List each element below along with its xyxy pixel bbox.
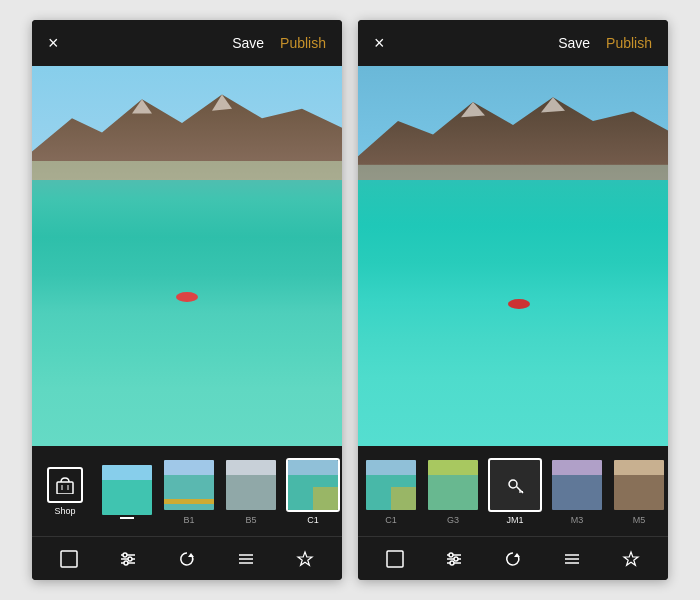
right-save-button[interactable]: Save — [558, 35, 590, 51]
left-filter-label-c1: C1 — [307, 515, 319, 525]
left-filter-c1[interactable]: C1 — [284, 458, 342, 525]
sliders-icon-r — [445, 550, 463, 568]
left-tool-frame[interactable] — [52, 546, 86, 572]
right-mountain-svg — [358, 66, 668, 180]
right-toolbar — [358, 536, 668, 580]
frame-icon — [60, 550, 78, 568]
svg-point-34 — [454, 557, 458, 561]
svg-point-35 — [450, 561, 454, 565]
right-filter-m3[interactable]: M3 — [548, 458, 606, 525]
left-save-button[interactable]: Save — [232, 35, 264, 51]
right-filter-g3[interactable]: G3 — [424, 458, 482, 525]
right-filter-thumb-m5 — [612, 458, 666, 512]
sliders-icon — [119, 550, 137, 568]
right-filter-label-jm1: JM1 — [506, 515, 523, 525]
svg-marker-15 — [188, 553, 194, 557]
svg-point-33 — [449, 553, 453, 557]
cart-icon — [55, 476, 75, 494]
right-top-actions: Save Publish — [558, 35, 652, 51]
left-top-bar: × Save Publish — [32, 20, 342, 66]
left-filter-label-b1: B1 — [183, 515, 194, 525]
left-bottom-bar: Shop B1 — [32, 446, 342, 580]
left-filter-thumb-default — [100, 463, 154, 517]
right-top-bar: × Save Publish — [358, 20, 668, 66]
left-toolbar — [32, 536, 342, 580]
right-filter-thumb-c1 — [364, 458, 418, 512]
right-panel: × Save Publish — [358, 20, 668, 580]
svg-point-13 — [128, 557, 132, 561]
left-panel: × Save Publish — [32, 20, 342, 580]
right-filter-thumb-m3 — [550, 458, 604, 512]
right-filter-label-c1: C1 — [385, 515, 397, 525]
left-tool-adjust[interactable] — [111, 546, 145, 572]
left-tool-star[interactable] — [288, 546, 322, 572]
star-icon-r — [622, 550, 640, 568]
revert-icon — [178, 550, 196, 568]
right-filter-jm1[interactable]: JM1 — [486, 458, 544, 525]
left-filter-thumb-b5 — [224, 458, 278, 512]
star-icon — [296, 550, 314, 568]
left-filter-b5[interactable]: B5 — [222, 458, 280, 525]
left-photo-container — [32, 66, 342, 446]
left-kayak — [176, 292, 198, 302]
svg-marker-19 — [298, 552, 312, 565]
svg-marker-40 — [624, 552, 638, 565]
svg-rect-4 — [32, 161, 342, 180]
left-tool-menu[interactable] — [229, 546, 263, 572]
right-filter-m5[interactable]: M5 — [610, 458, 668, 525]
svg-rect-24 — [358, 165, 668, 180]
left-filter-label-default — [120, 517, 134, 519]
right-filter-thumb-jm1 — [488, 458, 542, 512]
right-filter-label-m5: M5 — [633, 515, 646, 525]
left-filter-label-b5: B5 — [245, 515, 256, 525]
svg-rect-5 — [57, 482, 73, 494]
left-top-actions: Save Publish — [232, 35, 326, 51]
svg-marker-36 — [514, 553, 520, 557]
frame-icon-r — [386, 550, 404, 568]
right-photo-scene — [358, 66, 668, 446]
right-tool-menu[interactable] — [555, 546, 589, 572]
right-filter-label-g3: G3 — [447, 515, 459, 525]
key-icon — [505, 475, 525, 495]
left-filter-thumb-c1 — [286, 458, 340, 512]
left-filter-default[interactable] — [98, 463, 156, 519]
right-kayak — [508, 299, 530, 309]
svg-point-14 — [124, 561, 128, 565]
left-photo-scene — [32, 66, 342, 446]
right-photo-container — [358, 66, 668, 446]
left-shop-button[interactable]: Shop — [36, 467, 94, 516]
right-bottom-bar: C1 G3 JM1 — [358, 446, 668, 580]
menu-icon-r — [563, 550, 581, 568]
svg-rect-8 — [61, 551, 77, 567]
right-tool-revert[interactable] — [496, 546, 530, 572]
right-tool-adjust[interactable] — [437, 546, 471, 572]
left-filter-b1[interactable]: B1 — [160, 458, 218, 525]
right-tool-frame[interactable] — [378, 546, 412, 572]
right-close-button[interactable]: × — [374, 34, 385, 52]
revert-icon-r — [504, 550, 522, 568]
right-filter-thumb-g3 — [426, 458, 480, 512]
svg-point-25 — [509, 480, 517, 488]
menu-icon — [237, 550, 255, 568]
left-tool-revert[interactable] — [170, 546, 204, 572]
right-filter-label-m3: M3 — [571, 515, 584, 525]
right-filters-row: C1 G3 JM1 — [358, 446, 668, 536]
right-filter-c1[interactable]: C1 — [362, 458, 420, 525]
left-mountain-svg — [32, 66, 342, 180]
svg-point-12 — [123, 553, 127, 557]
left-filters-row: Shop B1 — [32, 446, 342, 536]
left-publish-button[interactable]: Publish — [280, 35, 326, 51]
left-close-button[interactable]: × — [48, 34, 59, 52]
left-filter-thumb-b1 — [162, 458, 216, 512]
svg-rect-29 — [387, 551, 403, 567]
left-shop-label: Shop — [54, 506, 75, 516]
right-publish-button[interactable]: Publish — [606, 35, 652, 51]
right-tool-star[interactable] — [614, 546, 648, 572]
left-shop-icon — [47, 467, 83, 503]
